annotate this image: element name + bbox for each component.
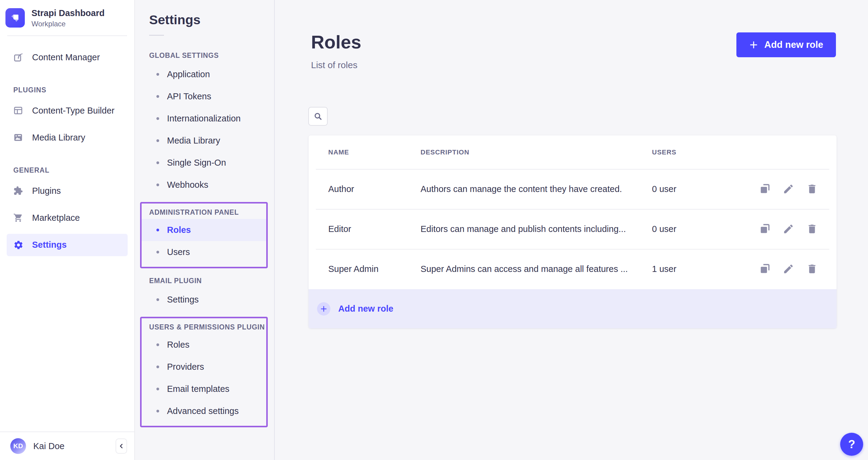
settings-subnav: Settings GLOBAL SETTINGS Application API… <box>135 0 275 460</box>
subnav-item-label: Media Library <box>167 136 220 146</box>
plus-circle-icon <box>317 302 330 316</box>
pencil-icon <box>783 223 794 235</box>
sidebar-item-label: Content-Type Builder <box>32 106 114 116</box>
sidebar-item-label: Settings <box>32 240 67 250</box>
row-actions <box>759 223 818 235</box>
subnav-item-label: Webhooks <box>167 180 209 190</box>
subnav-item-label: Advanced settings <box>167 406 239 416</box>
media-library-icon <box>13 133 24 143</box>
subnav-item-api-tokens[interactable]: API Tokens <box>135 85 274 108</box>
bullet-icon <box>156 95 159 98</box>
bullet-icon <box>156 73 159 76</box>
chevron-left-icon <box>117 442 125 450</box>
subnav-section-title: EMAIL PLUGIN <box>135 277 274 285</box>
edit-button[interactable] <box>783 183 794 195</box>
main-sidebar: Strapi Dashboard Workplace Content Manag… <box>0 0 135 460</box>
role-name: Author <box>328 184 421 194</box>
trash-icon <box>806 183 818 195</box>
sidebar-section-general: GENERAL <box>0 153 134 180</box>
edit-button[interactable] <box>783 223 794 235</box>
role-users-count: 0 user <box>652 184 759 194</box>
table-row-super-admin[interactable]: Super Admin Super Admins can access and … <box>309 249 837 289</box>
bullet-icon <box>156 410 159 412</box>
bullet-icon <box>156 229 159 231</box>
delete-button[interactable] <box>806 223 818 235</box>
help-button[interactable]: ? <box>840 433 863 456</box>
subnav-item-up-email-templates[interactable]: Email templates <box>142 378 266 400</box>
subnav-item-label: Settings <box>167 295 199 305</box>
subnav-item-webhooks[interactable]: Webhooks <box>135 174 274 196</box>
subnav-item-up-roles[interactable]: Roles <box>142 334 266 356</box>
pencil-icon <box>783 263 794 275</box>
search-icon <box>313 112 322 121</box>
sidebar-item-marketplace[interactable]: Marketplace <box>7 207 128 229</box>
duplicate-button[interactable] <box>759 223 771 235</box>
search-button[interactable] <box>308 107 328 126</box>
subnav-item-label: Internationalization <box>167 114 241 123</box>
subnav-item-internationalization[interactable]: Internationalization <box>135 108 274 130</box>
subnav-item-application[interactable]: Application <box>135 63 274 85</box>
brand[interactable]: Strapi Dashboard Workplace <box>0 0 134 35</box>
bullet-icon <box>156 366 159 368</box>
role-users-count: 1 user <box>652 264 759 274</box>
sidebar-item-content-type-builder[interactable]: Content-Type Builder <box>7 99 128 122</box>
role-description: Super Admins can access and manage all f… <box>421 264 652 274</box>
subnav-item-media-library[interactable]: Media Library <box>135 130 274 152</box>
strapi-admin-app: Strapi Dashboard Workplace Content Manag… <box>0 0 868 460</box>
column-header-users: USERS <box>652 148 818 156</box>
table-row-editor[interactable]: Editor Editors can manage and publish co… <box>309 209 837 249</box>
gear-icon <box>13 240 24 250</box>
table-header-row: NAME DESCRIPTION USERS <box>309 135 837 169</box>
brand-text: Strapi Dashboard Workplace <box>31 8 105 28</box>
subnav-item-single-sign-on[interactable]: Single Sign-On <box>135 152 274 174</box>
add-new-role-label: Add new role <box>764 39 823 50</box>
table-footer-add-row[interactable]: Add new role <box>309 289 837 328</box>
delete-button[interactable] <box>806 263 818 275</box>
subnav-section-title: ADMINISTRATION PANEL <box>142 208 266 217</box>
duplicate-icon <box>759 263 771 275</box>
column-header-description: DESCRIPTION <box>421 148 652 156</box>
sidebar-item-label: Media Library <box>32 133 85 143</box>
role-name: Super Admin <box>328 264 421 274</box>
bullet-icon <box>156 117 159 120</box>
add-new-role-button[interactable]: Add new role <box>736 32 836 57</box>
subnav-section-title: USERS & PERMISSIONS PLUGIN <box>142 323 266 331</box>
user-name: Kai Doe <box>33 441 64 451</box>
role-description: Editors can manage and publish contents … <box>421 224 652 234</box>
subnav-item-email-settings[interactable]: Settings <box>135 289 274 311</box>
bullet-icon <box>156 343 159 346</box>
edit-button[interactable] <box>783 263 794 275</box>
table-row-author[interactable]: Author Authors can manage the content th… <box>309 169 837 209</box>
bullet-icon <box>156 298 159 301</box>
bullet-icon <box>156 162 159 164</box>
collapse-sidebar-button[interactable] <box>116 438 127 454</box>
subnav-title-divider <box>149 35 164 36</box>
subnav-section-title: GLOBAL SETTINGS <box>135 52 274 60</box>
delete-button[interactable] <box>806 183 818 195</box>
sidebar-item-settings[interactable]: Settings <box>7 234 128 256</box>
subnav-item-up-providers[interactable]: Providers <box>142 356 266 378</box>
duplicate-button[interactable] <box>759 263 771 275</box>
brand-subtitle: Workplace <box>31 20 105 28</box>
role-name: Editor <box>328 224 421 234</box>
sidebar-nav: Content Manager PLUGINS Content-Type Bui… <box>0 36 134 256</box>
subnav-item-label: Application <box>167 69 210 79</box>
subnav-item-up-advanced-settings[interactable]: Advanced settings <box>142 400 266 422</box>
content-type-builder-icon <box>13 106 24 116</box>
strapi-logo-icon <box>5 8 25 28</box>
subnav-item-label: Roles <box>167 340 189 350</box>
sidebar-item-label: Content Manager <box>32 52 100 62</box>
question-mark-icon: ? <box>848 438 855 451</box>
main-content: Roles List of roles Add new role NAME <box>275 0 868 460</box>
plus-icon <box>749 40 758 49</box>
sidebar-item-plugins[interactable]: Plugins <box>7 180 128 202</box>
subnav-item-admin-users[interactable]: Users <box>142 241 266 263</box>
subnav-section-users-permissions annotation-box: USERS & PERMISSIONS PLUGIN Roles Provide… <box>140 317 268 427</box>
sidebar-item-media-library[interactable]: Media Library <box>7 126 128 149</box>
subnav-item-admin-roles[interactable]: Roles <box>142 219 266 241</box>
puzzle-icon <box>13 186 24 196</box>
bullet-icon <box>156 251 159 254</box>
brand-title: Strapi Dashboard <box>31 8 105 19</box>
duplicate-button[interactable] <box>759 183 771 195</box>
sidebar-item-content-manager[interactable]: Content Manager <box>7 46 128 69</box>
